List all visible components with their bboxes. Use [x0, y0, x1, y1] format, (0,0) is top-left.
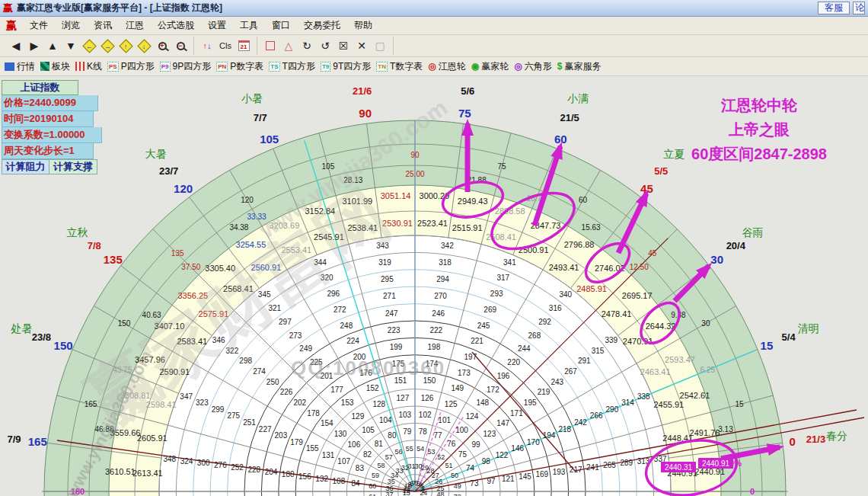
menu-trade[interactable]: 交易委托	[297, 17, 347, 34]
down-arrow-icon[interactable]: ▼	[62, 37, 80, 54]
rotate-cw-icon[interactable]: ↻	[298, 37, 316, 54]
outer-date-label: 7/7	[254, 112, 267, 123]
outer-degree-label: 105	[260, 133, 279, 146]
toolbar-item-label: 赢家轮	[481, 60, 509, 73]
wheel-number: 241	[586, 463, 599, 472]
wheel-number: 221	[471, 337, 483, 345]
menu-settings[interactable]: 设置	[201, 17, 233, 34]
solar-term-label: 小满	[567, 92, 589, 104]
wheel-number: 271	[383, 292, 396, 300]
solar-term-label: 立秋	[67, 226, 88, 238]
toolbar-item-candlestick-icon[interactable]: K线	[75, 60, 102, 73]
pan-down-icon[interactable]: ↓	[135, 37, 153, 54]
rotate-ccw-icon[interactable]: ↺	[316, 37, 334, 54]
wheel-number: 243	[550, 378, 563, 386]
solar-term-label: 春分	[826, 430, 847, 442]
up-arrow-icon[interactable]: ▲	[43, 37, 62, 54]
zoom-in-icon[interactable]: +	[153, 37, 171, 54]
wheel-number: 149	[451, 384, 464, 392]
wheel-number: 268	[528, 331, 541, 340]
triangle-tool-icon[interactable]: △	[279, 37, 298, 54]
wheel-number: 125	[445, 400, 458, 408]
wheel-price-outer: 2491.76	[690, 428, 720, 437]
updown-scale-icon[interactable]: ↑↓	[198, 37, 216, 54]
converge-icon[interactable]: ✕	[353, 37, 371, 54]
wheel-number: 292	[538, 318, 551, 326]
magenta-annotation-text: 江恩轮中轮 上帝之眼 60度区间2847-2898	[664, 93, 854, 166]
menu-formula-stockpick[interactable]: 公式选股	[151, 17, 201, 34]
calendar-icon[interactable]: 21	[235, 37, 253, 54]
back-icon[interactable]: ◀	[7, 37, 25, 54]
wheel-number: 269	[483, 306, 496, 314]
menu-gann[interactable]: 江恩	[119, 17, 151, 34]
wheel-price-inner: 2515.91	[452, 223, 483, 232]
wheel-number: 275	[227, 411, 240, 420]
toolbar-item-label: 江恩轮	[439, 60, 466, 73]
menu-tools[interactable]: 工具	[233, 17, 265, 34]
toolbar-item-blocks-icon[interactable]: 板块	[40, 60, 70, 73]
wheel-number: 224	[346, 337, 359, 345]
wheel-percent-ring: 15.63	[582, 223, 601, 232]
calc-support-button[interactable]: 计算支撑	[49, 159, 97, 174]
toolbar-item-TN-chip[interactable]: TNT数字表	[376, 60, 423, 73]
toolbar-item-winner-wheel-icon[interactable]: ◉赢家轮	[471, 60, 509, 73]
calc-resistance-button[interactable]: 计算阻力	[2, 159, 49, 174]
toolbar-item-quote-table-icon[interactable]: 行情	[5, 60, 35, 73]
wheel-number: 172	[487, 386, 499, 394]
wheel-price-outer: 2542.61	[680, 391, 710, 400]
wheel-number: 104	[379, 416, 392, 424]
toolbar-item-PS-chip[interactable]: PSP四方形	[107, 60, 155, 73]
forward-icon[interactable]: ▶	[25, 37, 43, 54]
toolbar-item-TS-chip[interactable]: TST四方形	[269, 60, 315, 73]
wheel-number: 223	[388, 326, 400, 334]
toolbar-item-hexagon-icon[interactable]: ◎六角形	[514, 60, 551, 73]
toolbar-item-label: P数字表	[230, 60, 263, 73]
menu-help[interactable]: 帮助	[347, 17, 379, 34]
wheel-number: 318	[439, 258, 452, 267]
solar-term-label: 大暑	[145, 148, 167, 160]
pan-left-icon[interactable]: ←	[80, 37, 98, 54]
forum-button-clipped[interactable]: 论坛	[853, 2, 865, 14]
flag-icon[interactable]: ▢	[371, 37, 389, 54]
wheel-number: 82	[363, 450, 372, 459]
highlight-value: 2440.91	[702, 459, 730, 468]
menu-file[interactable]: 文件	[23, 17, 55, 34]
wheel-number: 198	[428, 343, 441, 351]
wheel-number: 265	[603, 461, 616, 469]
wheel-number: 105	[362, 426, 375, 434]
menu-news[interactable]: 资讯	[87, 17, 119, 34]
wheel-number: 152	[366, 384, 379, 392]
wheel-number: 298	[239, 357, 252, 365]
wheel-number: 80	[388, 431, 397, 440]
pan-up-icon[interactable]: ↑	[116, 37, 135, 54]
toolbar-item-PN-chip[interactable]: PNP数字表	[216, 60, 263, 73]
outer-degree-label: 0	[790, 435, 796, 448]
zoom-out-icon[interactable]: −	[171, 37, 190, 54]
toolbar-item-T9-chip[interactable]: T99T四方形	[321, 60, 371, 73]
menu-window[interactable]: 窗口	[265, 17, 297, 34]
highlight-percent: 0%	[729, 459, 742, 468]
pan-right-icon[interactable]: →	[98, 37, 116, 54]
blocks-icon	[40, 62, 49, 71]
wheel-number: 124	[466, 412, 479, 421]
wheel-number: 173	[458, 369, 471, 377]
wheel-number: 37	[385, 491, 393, 496]
wheel-number: 197	[464, 353, 477, 361]
TN-chip: TN	[376, 62, 388, 72]
outer-date-label: 5/6	[461, 85, 474, 97]
wheel-number: 270	[434, 292, 447, 300]
wheel-number: 252	[231, 463, 244, 472]
customer-service-button[interactable]: 客服	[818, 2, 850, 14]
wheel-percent-ring: 12.50	[630, 263, 649, 271]
wheel-price-inner: 2605.91	[137, 434, 168, 443]
wheel-number: 153	[341, 398, 354, 407]
rect-tool-icon[interactable]	[261, 37, 279, 54]
toolbar-item-gann-wheel-icon[interactable]: ◎江恩轮	[428, 60, 465, 73]
menu-browse[interactable]: 浏览	[55, 17, 87, 34]
toolbar-item-P9-chip[interactable]: P99P四方形	[160, 60, 211, 73]
wheel-degree-ring: 135	[171, 249, 184, 258]
cls-button[interactable]: Cls	[216, 37, 235, 54]
box-x-icon[interactable]: ☒	[334, 37, 353, 54]
toolbar-item-dollar-icon[interactable]: $赢家服务	[557, 60, 602, 73]
wheel-number: 81	[375, 440, 384, 448]
